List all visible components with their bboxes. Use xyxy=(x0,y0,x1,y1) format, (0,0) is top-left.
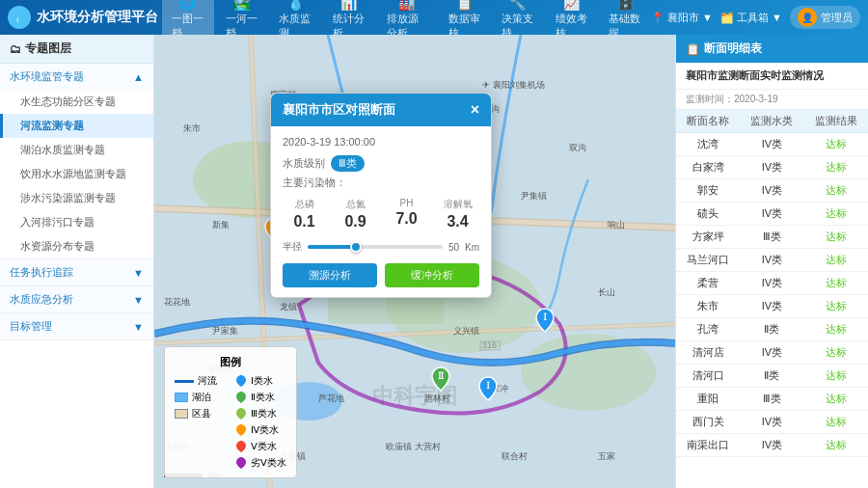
app-header: 💧 水环境分析管理平台 🌐 一图一档 🏞️ 一河一档 💧 水质监测 📊 统计分析… xyxy=(0,0,868,35)
main-layout: 🗂 专题图层 水环境监管专题 ▲ 水生态功能分区专题 河流监测专题 湖泊水质监测… xyxy=(0,35,868,488)
cell-result: 达标 xyxy=(804,318,868,341)
legend-type-bad: 劣Ⅴ类水 xyxy=(235,456,286,470)
metric-3: PH 7.0 xyxy=(385,198,428,230)
table-row[interactable]: 朱市 IV类 达标 xyxy=(676,295,868,318)
cell-type: Ⅲ类 xyxy=(740,388,803,411)
cell-name: 孔湾 xyxy=(676,318,740,341)
sidebar: 🗂 专题图层 水环境监管专题 ▲ 水生态功能分区专题 河流监测专题 湖泊水质监测… xyxy=(0,35,154,488)
user-name: 管理员 xyxy=(821,11,853,25)
legend-line-river xyxy=(175,380,194,383)
cell-type: IV类 xyxy=(740,295,803,318)
cell-result: 达标 xyxy=(804,226,868,249)
table-row[interactable]: 西门关 IV类 达标 xyxy=(676,411,868,434)
cell-result: 达标 xyxy=(804,434,868,457)
table-row[interactable]: 清河店 IV类 达标 xyxy=(676,341,868,365)
popup-close-button[interactable]: × xyxy=(471,102,479,118)
table-row[interactable]: 白家湾 IV类 达标 xyxy=(676,156,868,179)
user-menu[interactable]: 👤 管理员 xyxy=(790,6,860,29)
table-row[interactable]: 重阳 Ⅲ类 达标 xyxy=(676,388,868,411)
svg-text:长山: 长山 xyxy=(598,287,615,297)
right-panel: 📋 断面明细表 襄阳市监测断面实时监测情况 监测时间：2020-3-19 断面名… xyxy=(675,35,868,488)
buffer-analysis-button[interactable]: 缓冲分析 xyxy=(385,263,479,287)
location-selector[interactable]: 📍 襄阳市 ▼ xyxy=(651,11,713,25)
svg-text:朱市: 朱市 xyxy=(183,123,201,133)
cell-type: Ⅱ类 xyxy=(740,318,803,341)
table-row[interactable]: 柔营 IV类 达标 xyxy=(676,272,868,295)
legend-spacer3 xyxy=(175,456,226,470)
legend-label-county: 区县 xyxy=(192,407,211,420)
map-area[interactable]: 襄城区 朱市 廖家村 新集 花花地 双沟镇 王花台 xyxy=(154,35,675,488)
popup-pollutant: 主要污染物： xyxy=(283,176,479,190)
source-analysis-button[interactable]: 溯源分析 xyxy=(283,263,377,287)
sidebar-item-heliu[interactable]: 河流监测专题 xyxy=(0,114,153,138)
legend-lake: 湖泊 xyxy=(175,391,226,404)
legend-icon-type-bad xyxy=(235,456,247,470)
popup-quality-value: Ⅲ类 xyxy=(331,155,365,172)
sidebar-section-header-huanjing[interactable]: 水环境监管专题 ▲ xyxy=(0,64,153,90)
svg-text:316: 316 xyxy=(482,340,497,350)
cell-result: 达标 xyxy=(804,295,868,318)
sidebar-item-shuiziyuan[interactable]: 水资源分布专题 xyxy=(0,234,153,258)
cell-type: IV类 xyxy=(740,249,803,272)
cell-name: 白家湾 xyxy=(676,156,740,179)
panel-table: 断面名称 监测水类 监测结果 沈湾 IV类 达标 白家湾 IV类 达标 郭安 I… xyxy=(676,110,868,457)
popup-title: 襄阳市市区对照断面 xyxy=(283,101,395,119)
location-text: 襄阳市 ▼ xyxy=(667,11,713,25)
panel-header-icon: 📋 xyxy=(686,42,700,56)
sidebar-section-mubiao[interactable]: 目标管理 ▼ xyxy=(0,313,153,340)
svg-text:义兴镇: 义兴镇 xyxy=(453,326,479,336)
legend-type4: Ⅳ类水 xyxy=(235,423,286,437)
popup-dialog: 襄阳市市区对照断面 × 2020-3-19 13:00:00 水质级别 Ⅲ类 主… xyxy=(270,93,492,298)
sidebar-item-yinyong[interactable]: 饮用水水源地监测专题 xyxy=(0,162,153,186)
nav-icon-juece: 🔧 xyxy=(509,0,526,11)
legend-area-lake xyxy=(175,393,188,402)
table-row[interactable]: 方家坪 Ⅲ类 达标 xyxy=(676,226,868,249)
popup-buttons: 溯源分析 缓冲分析 xyxy=(283,263,479,287)
table-row[interactable]: 清河口 Ⅱ类 达标 xyxy=(676,365,868,388)
cell-result: 达标 xyxy=(804,365,868,388)
cell-name: 碛头 xyxy=(676,203,740,226)
nav-icon-tongji: 📊 xyxy=(340,0,357,11)
table-row[interactable]: 沈湾 IV类 达标 xyxy=(676,133,868,156)
svg-text:欧庙镇 大营村: 欧庙镇 大营村 xyxy=(386,442,441,451)
panel-subtitle: 襄阳市监测断面实时监测情况 xyxy=(676,63,868,90)
user-avatar: 👤 xyxy=(798,8,817,27)
table-row[interactable]: 南渠出口 IV类 达标 xyxy=(676,434,868,457)
chevron-down-icon-3: ▼ xyxy=(133,321,144,333)
cell-name: 柔营 xyxy=(676,272,740,295)
legend-type3: Ⅲ类水 xyxy=(235,407,286,420)
popup-header: 襄阳市市区对照断面 × xyxy=(271,94,491,126)
legend-spacer2 xyxy=(175,440,226,453)
table-row[interactable]: 碛头 IV类 达标 xyxy=(676,203,868,226)
cell-type: IV类 xyxy=(740,179,803,203)
legend-label-type-bad: 劣Ⅴ类水 xyxy=(251,456,286,470)
sidebar-item-hupo[interactable]: 湖泊水质监测专题 xyxy=(0,138,153,162)
sidebar-section-renwu[interactable]: 任务执行追踪 ▼ xyxy=(0,259,153,286)
svg-text:联合村: 联合村 xyxy=(502,451,528,461)
cell-type: IV类 xyxy=(740,203,803,226)
cell-name: 清河店 xyxy=(676,341,740,365)
sidebar-section-yingji[interactable]: 水质应急分析 ▼ xyxy=(0,286,153,313)
table-row[interactable]: 郭安 IV类 达标 xyxy=(676,179,868,203)
metric-value-1: 0.1 xyxy=(283,213,326,230)
popup-slider-row: 半径 50 Km xyxy=(283,240,479,254)
marker-4[interactable]: Ⅱ xyxy=(430,366,451,393)
cell-type: Ⅲ类 xyxy=(740,226,803,249)
legend-county: 区县 xyxy=(175,407,226,420)
tools-button[interactable]: 🗂️ 工具箱 ▼ xyxy=(720,11,782,25)
table-row[interactable]: 孔湾 Ⅱ类 达标 xyxy=(676,318,868,341)
legend-title: 图例 xyxy=(175,355,286,369)
metric-value-3: 7.0 xyxy=(385,210,428,228)
table-row[interactable]: 马兰河口 IV类 达标 xyxy=(676,249,868,272)
sidebar-item-ruhe[interactable]: 入河排污口专题 xyxy=(0,210,153,234)
legend-spacer1 xyxy=(175,423,226,437)
metric-2: 总氮 0.9 xyxy=(334,198,377,230)
nav-icon-shuju: 📋 xyxy=(456,0,473,11)
legend-type5: Ⅴ类水 xyxy=(235,440,286,453)
sidebar-section-huanjing: 水环境监管专题 ▲ 水生态功能分区专题 河流监测专题 湖泊水质监测专题 饮用水水… xyxy=(0,64,153,259)
marker-5[interactable]: Ⅰ xyxy=(477,375,499,402)
radius-slider[interactable] xyxy=(308,245,443,249)
sidebar-item-shengtai[interactable]: 水生态功能分区专题 xyxy=(0,90,153,114)
marker-6[interactable]: Ⅰ xyxy=(534,307,556,334)
sidebar-item-sheshui[interactable]: 涉水污染源监测专题 xyxy=(0,186,153,210)
